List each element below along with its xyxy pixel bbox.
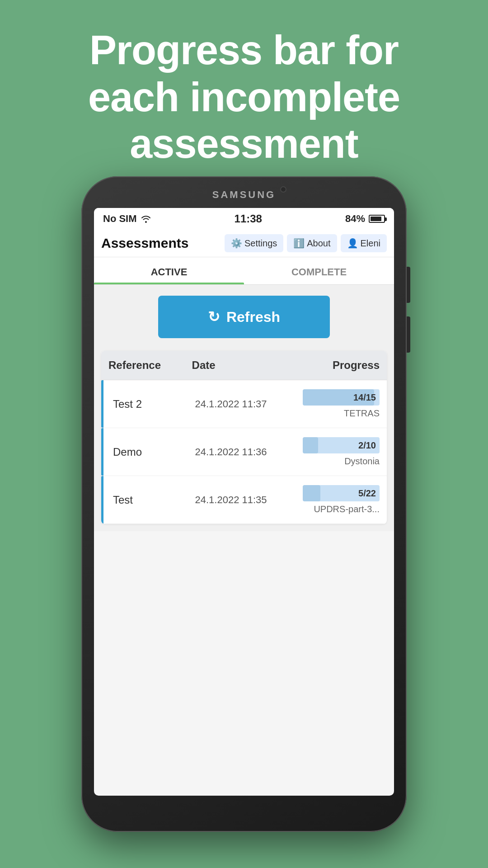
progress-value: 5/22 (358, 488, 380, 499)
row-progress-cell: 5/22 UPDRS-part-3... (297, 485, 380, 514)
battery-icon (369, 215, 385, 223)
progress-fill (303, 437, 318, 453)
progress-name: TETRAS (344, 408, 380, 419)
tab-active[interactable]: ACTIVE (94, 257, 244, 284)
tab-complete[interactable]: COMPLETE (244, 257, 394, 284)
row-reference: Test (108, 494, 195, 506)
status-bar: No SIM 11:38 84% (94, 208, 394, 228)
hero-line3: assessment (130, 121, 358, 166)
progress-bar: 2/10 (303, 437, 380, 453)
col-date-header: Date (192, 359, 296, 372)
status-right: 84% (345, 213, 385, 225)
row-date: 24.1.2022 11:37 (195, 398, 298, 410)
hero-line1: Progress bar for (89, 28, 399, 73)
about-label: About (307, 238, 330, 249)
battery-fill (371, 217, 381, 221)
phone-camera (280, 186, 286, 193)
table-row[interactable]: Demo 24.1.2022 11:36 2/10 Dystonia (101, 428, 387, 476)
table-row[interactable]: Test 2 24.1.2022 11:37 14/15 TETRAS (101, 380, 387, 428)
progress-bar: 5/22 (303, 485, 380, 501)
row-indicator (101, 476, 103, 524)
phone-brand: SAMSUNG (212, 189, 276, 201)
user-button[interactable]: 👤 Eleni (341, 234, 387, 252)
tab-active-label: ACTIVE (151, 266, 188, 278)
wifi-icon (141, 215, 151, 223)
status-left: No SIM (103, 213, 151, 225)
row-reference: Demo (108, 446, 195, 458)
row-indicator (101, 428, 103, 476)
phone-body: SAMSUNG No SIM 11:38 8 (81, 176, 407, 832)
settings-button[interactable]: ⚙️ Settings (225, 234, 283, 252)
progress-fill (303, 485, 320, 501)
settings-icon: ⚙️ (231, 238, 242, 249)
row-progress-cell: 2/10 Dystonia (297, 437, 380, 467)
progress-name: Dystonia (344, 456, 380, 467)
progress-bar: 14/15 (303, 389, 380, 406)
assessments-table: Reference Date Progress Test 2 24.1.2022… (101, 351, 387, 524)
col-progress-header: Progress (296, 359, 380, 372)
tabs: ACTIVE COMPLETE (94, 257, 394, 285)
row-indicator (101, 380, 103, 428)
tab-complete-label: COMPLETE (291, 266, 347, 278)
info-icon: ℹ️ (293, 238, 305, 249)
phone-device: SAMSUNG No SIM 11:38 8 (81, 176, 407, 836)
refresh-button[interactable]: ↻ Refresh (158, 296, 330, 338)
progress-value: 14/15 (353, 392, 380, 403)
user-icon: 👤 (347, 238, 358, 249)
progress-value: 2/10 (358, 440, 380, 451)
phone-screen: No SIM 11:38 84% A (94, 208, 394, 796)
about-button[interactable]: ℹ️ About (287, 234, 337, 252)
progress-name: UPDRS-part-3... (314, 504, 380, 514)
app-header: Assessments ⚙️ Settings ℹ️ About 👤 Eleni (94, 228, 394, 257)
hero-text: Progress bar for each incomplete assessm… (0, 0, 488, 186)
header-buttons: ⚙️ Settings ℹ️ About 👤 Eleni (225, 234, 387, 252)
battery-percent: 84% (345, 213, 365, 225)
side-button-volume (407, 316, 410, 353)
refresh-icon: ↻ (208, 308, 220, 326)
table-header: Reference Date Progress (101, 351, 387, 380)
user-label: Eleni (361, 238, 380, 249)
refresh-label: Refresh (226, 309, 280, 326)
col-reference-header: Reference (108, 359, 192, 372)
content-area: ↻ Refresh Reference Date Progress Test 2 (94, 285, 394, 531)
side-button-power (407, 267, 410, 303)
app-title: Assessments (101, 236, 188, 251)
table-row[interactable]: Test 24.1.2022 11:35 5/22 UPDRS-part-3..… (101, 476, 387, 524)
no-sim-text: No SIM (103, 213, 137, 225)
status-time: 11:38 (235, 212, 262, 225)
row-date: 24.1.2022 11:36 (195, 446, 298, 458)
row-date: 24.1.2022 11:35 (195, 494, 298, 506)
row-progress-cell: 14/15 TETRAS (297, 389, 380, 419)
settings-label: Settings (244, 238, 277, 249)
hero-line2: each incomplete (88, 75, 400, 120)
row-reference: Test 2 (108, 398, 195, 410)
